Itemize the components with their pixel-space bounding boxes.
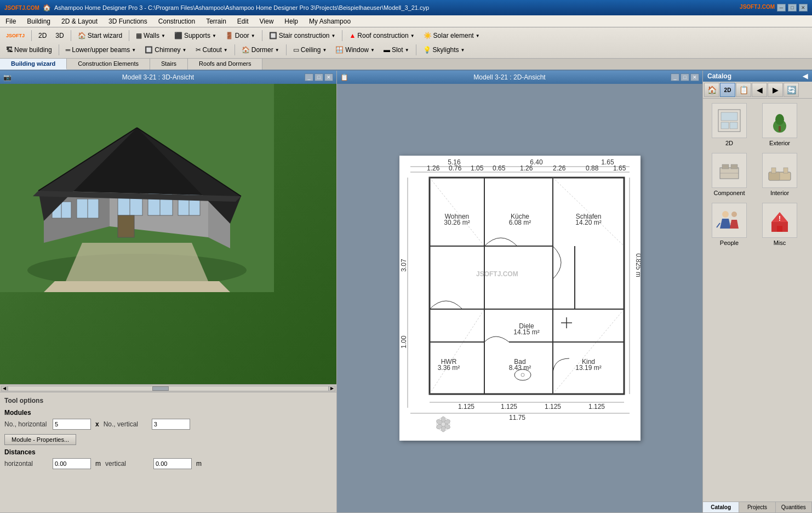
- catalog-collapse-icon[interactable]: ◀: [803, 72, 808, 80]
- menu-2d-layout[interactable]: 2D & Layout: [56, 15, 103, 27]
- cutout-icon: ✂: [196, 46, 201, 54]
- skylights-btn[interactable]: 💡 Skylights ▼: [419, 44, 469, 56]
- scroll-left-btn[interactable]: ◀: [1, 386, 8, 391]
- svg-text:11.75: 11.75: [508, 414, 525, 421]
- cutout-btn[interactable]: ✂ Cutout ▼: [192, 44, 232, 56]
- menu-help[interactable]: Help: [279, 15, 304, 27]
- window-title: Ashampoo Home Designer Pro 3 - C:\Progra…: [54, 4, 429, 11]
- svg-rect-93: [721, 122, 729, 129]
- door-btn[interactable]: 🚪 Door ▼: [221, 30, 259, 42]
- svg-marker-3: [66, 243, 208, 281]
- menu-3d-functions[interactable]: 3D Functions: [103, 15, 153, 27]
- catalog-tab-quantities[interactable]: Quantities: [776, 502, 812, 512]
- 2d-view-btn[interactable]: 2D: [35, 30, 50, 42]
- tab-stairs[interactable]: Stairs: [150, 59, 188, 70]
- new-building-icon: 🏗: [6, 46, 13, 54]
- 2d-view-title: Modell 3-21 : 2D-Ansicht: [473, 73, 545, 81]
- stair-construction-btn[interactable]: 🔲 Stair construction ▼: [265, 30, 340, 42]
- menu-view[interactable]: View: [254, 15, 279, 27]
- menu-building[interactable]: Building: [21, 15, 56, 27]
- supports-btn[interactable]: ⬛ Supports ▼: [170, 30, 220, 42]
- skylights-dropdown-arrow: ▼: [461, 48, 465, 53]
- catalog-item-interior[interactable]: Interior: [756, 151, 804, 198]
- horizontal-dist-input[interactable]: [53, 458, 91, 469]
- 3d-window-controls: _ □ ✕: [305, 73, 333, 81]
- skylights-icon: 💡: [423, 46, 431, 54]
- slot-icon: ▬: [384, 46, 390, 54]
- ceiling-btn[interactable]: ▭ Ceiling ▼: [289, 44, 331, 56]
- catalog-item-2d[interactable]: 2D: [705, 101, 753, 149]
- 3d-restore-btn[interactable]: □: [314, 73, 323, 81]
- no-vertical-input[interactable]: [152, 419, 190, 430]
- dormer-btn[interactable]: 🏠 Dormer ▼: [238, 44, 283, 56]
- distances-horizontal-row: horizontal m vertical m: [4, 458, 332, 469]
- menu-terrain[interactable]: Terrain: [201, 15, 232, 27]
- maximize-button[interactable]: □: [788, 4, 797, 12]
- catalog-2d-btn[interactable]: 2D: [720, 83, 735, 97]
- no-horizontal-input[interactable]: [53, 419, 91, 430]
- menu-my-ashampoo[interactable]: My Ashampoo: [304, 15, 356, 27]
- start-wizard-btn[interactable]: 🏠 Start wizard: [74, 30, 126, 42]
- 2d-viewport[interactable]: 5.16 6.40 1.65 1.26 0.76 1.05 0.65 1.26 …: [337, 84, 702, 512]
- menu-edit[interactable]: Edit: [232, 15, 254, 27]
- catalog-item-component[interactable]: Component: [705, 151, 753, 198]
- close-button[interactable]: ✕: [799, 4, 808, 12]
- scrollbar-track[interactable]: [8, 386, 329, 391]
- 3d-minimize-btn[interactable]: _: [305, 73, 313, 81]
- menu-file[interactable]: File: [0, 15, 21, 27]
- window-btn[interactable]: 🪟 Window ▼: [331, 44, 379, 56]
- 2d-close-btn[interactable]: ✕: [690, 73, 699, 81]
- supports-dropdown-arrow: ▼: [212, 33, 216, 38]
- new-building-btn[interactable]: 🏗 New building: [2, 44, 56, 56]
- 2d-restore-btn[interactable]: □: [681, 73, 689, 81]
- scroll-right-btn[interactable]: ▶: [329, 386, 335, 391]
- svg-marker-111: [730, 220, 739, 229]
- catalog-home-btn[interactable]: 🏠: [704, 83, 719, 97]
- lower-upper-beams-btn[interactable]: ═ Lower/upper beams ▼: [62, 44, 140, 56]
- chimney-btn[interactable]: 🔲 Chimney ▼: [141, 44, 190, 56]
- 3d-viewport[interactable]: [0, 84, 336, 384]
- tab-roofs-dormers[interactable]: Roofs and Dormers: [188, 59, 262, 70]
- solar-element-btn[interactable]: ☀️ Solar element ▼: [420, 30, 484, 42]
- scrollbar-thumb[interactable]: [152, 386, 169, 391]
- catalog-view1-btn[interactable]: 📋: [736, 83, 751, 97]
- svg-rect-100: [731, 164, 737, 169]
- tab-building-wizard[interactable]: Building wizard: [0, 59, 67, 70]
- tab-construction-elements[interactable]: Construction Elements: [67, 59, 150, 70]
- module-properties-btn[interactable]: Module - Properties...: [4, 434, 76, 445]
- title-bar: JSOFTJ.COM 🏠 Ashampoo Home Designer Pro …: [0, 0, 812, 15]
- horizontal-scrollbar[interactable]: ◀ ▶: [0, 384, 336, 392]
- logo-btn[interactable]: JSOFTJ: [2, 30, 28, 42]
- 2d-window-titlebar: 📋 Modell 3-21 : 2D-Ansicht _ □ ✕: [337, 71, 702, 84]
- svg-text:1.125: 1.125: [500, 403, 517, 411]
- 3d-close-btn[interactable]: ✕: [324, 73, 333, 81]
- title-bar-left: JSOFTJ.COM 🏠 Ashampoo Home Designer Pro …: [4, 4, 429, 12]
- modules-title: Modules: [4, 409, 332, 417]
- minimize-button[interactable]: ─: [777, 4, 786, 12]
- catalog-tab-projects[interactable]: Projects: [739, 502, 775, 512]
- door-icon: 🚪: [225, 32, 233, 39]
- walls-btn[interactable]: ▦ Walls ▼: [132, 30, 169, 42]
- slot-btn[interactable]: ▬ Slot ▼: [380, 44, 413, 56]
- title-bar-controls: JSOFTJ.COM ─ □ ✕: [740, 4, 808, 12]
- 3d-view-btn[interactable]: 3D: [52, 30, 67, 42]
- vertical-dist-input[interactable]: [153, 458, 192, 469]
- svg-text:!: !: [779, 215, 781, 223]
- sep2: [71, 30, 71, 41]
- catalog-item-exterior[interactable]: Exterior: [756, 101, 804, 149]
- catalog-refresh-btn[interactable]: 🔄: [784, 83, 799, 97]
- catalog-item-people[interactable]: People: [705, 201, 753, 248]
- module-properties-row: Module - Properties...: [4, 432, 332, 445]
- toolbar-row-1: JSOFTJ 2D 3D 🏠 Start wizard ▦ Walls ▼ ⬛ …: [2, 29, 810, 43]
- svg-text:1.65: 1.65: [601, 158, 614, 166]
- catalog-title-label: Catalog: [707, 72, 731, 80]
- roof-construction-btn[interactable]: ▲ Roof construction ▼: [345, 30, 418, 42]
- catalog-item-misc[interactable]: ! Misc: [756, 201, 804, 248]
- svg-text:1.00: 1.00: [400, 335, 408, 349]
- svg-text:1.65: 1.65: [613, 164, 626, 172]
- 2d-minimize-btn[interactable]: _: [671, 73, 679, 81]
- menu-construction[interactable]: Construction: [153, 15, 201, 27]
- catalog-back-btn[interactable]: ◀: [752, 83, 767, 97]
- catalog-tab-catalog[interactable]: Catalog: [703, 502, 739, 512]
- catalog-forward-btn[interactable]: ▶: [768, 83, 783, 97]
